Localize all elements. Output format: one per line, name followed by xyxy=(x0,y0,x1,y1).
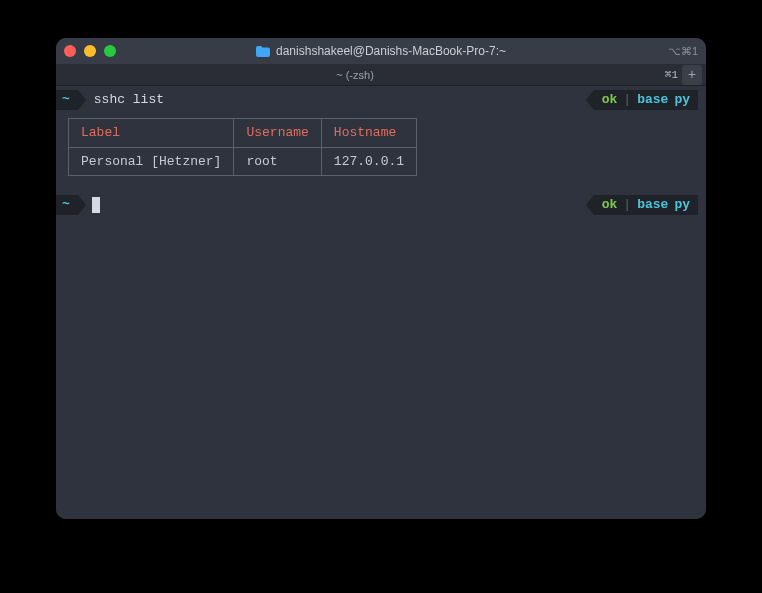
terminal-window: danishshakeel@Danishs-MacBook-Pro-7:~ ⌥⌘… xyxy=(56,38,706,519)
table-cell: 127.0.0.1 xyxy=(321,147,416,176)
cursor xyxy=(92,197,100,213)
table-cell: Personal [Hetzner] xyxy=(69,147,234,176)
close-button[interactable] xyxy=(64,45,76,57)
status-ok: ok xyxy=(602,90,618,110)
table-header-row: Label Username Hostname xyxy=(69,119,417,148)
folder-icon xyxy=(256,46,270,57)
prompt-arrow-icon xyxy=(78,195,86,215)
status-arrow-icon xyxy=(586,90,594,110)
titlebar-shortcut: ⌥⌘1 xyxy=(668,45,698,58)
prompt-line-1: ~ sshc list ok | base py xyxy=(56,90,706,110)
status-env: base xyxy=(637,195,668,215)
window-title-text: danishshakeel@Danishs-MacBook-Pro-7:~ xyxy=(276,44,506,58)
status-ok: ok xyxy=(602,195,618,215)
terminal-content[interactable]: ~ sshc list ok | base py Label xyxy=(56,86,706,519)
table-cell: root xyxy=(234,147,321,176)
status-separator: | xyxy=(623,90,631,110)
output-table: Label Username Hostname Personal [Hetzne… xyxy=(68,118,417,176)
tab-label: ~ (-zsh) xyxy=(336,69,374,81)
command-text: sshc list xyxy=(86,90,164,110)
new-tab-button[interactable]: + xyxy=(682,65,702,85)
tab-bar: ~ (-zsh) ⌘1 + xyxy=(56,64,706,86)
titlebar[interactable]: danishshakeel@Danishs-MacBook-Pro-7:~ ⌥⌘… xyxy=(56,38,706,64)
right-status: ok | base py xyxy=(586,90,698,110)
status-lang: py xyxy=(674,90,690,110)
status-lang: py xyxy=(674,195,690,215)
prompt-dir: ~ xyxy=(56,195,78,215)
table-header: Hostname xyxy=(321,119,416,148)
prompt-arrow-icon xyxy=(78,90,86,110)
right-status: ok | base py xyxy=(586,195,698,215)
window-title: danishshakeel@Danishs-MacBook-Pro-7:~ xyxy=(56,44,706,58)
traffic-lights xyxy=(64,45,116,57)
table-header: Label xyxy=(69,119,234,148)
zoom-button[interactable] xyxy=(104,45,116,57)
tab-shortcut: ⌘1 xyxy=(665,68,678,81)
tab-bar-right: ⌘1 + xyxy=(654,64,706,85)
table-row: Personal [Hetzner] root 127.0.0.1 xyxy=(69,147,417,176)
status-env: base xyxy=(637,90,668,110)
prompt-line-2: ~ ok | base py xyxy=(56,195,706,215)
minimize-button[interactable] xyxy=(84,45,96,57)
prompt-dir: ~ xyxy=(56,90,78,110)
tab-active[interactable]: ~ (-zsh) xyxy=(56,64,654,85)
status-arrow-icon xyxy=(586,195,594,215)
status-separator: | xyxy=(623,195,631,215)
table-header: Username xyxy=(234,119,321,148)
